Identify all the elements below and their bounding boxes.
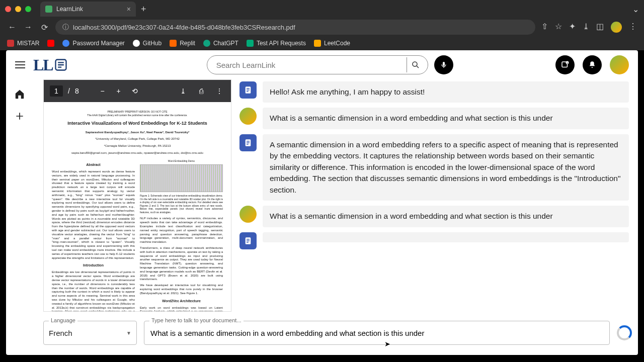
forward-button[interactable]: →	[23, 23, 33, 32]
logo-icon	[54, 58, 68, 72]
bot-avatar-icon	[239, 232, 257, 249]
bell-icon	[588, 60, 597, 69]
chat-message-bot-pending	[239, 232, 629, 249]
print-button[interactable]: ⎙	[196, 87, 207, 95]
search-button[interactable]	[407, 57, 425, 72]
chat-message-user: What is a semantic dimension in a word e…	[239, 206, 629, 227]
minimize-window-icon[interactable]	[15, 6, 21, 12]
pdf-page-sep: /	[68, 87, 70, 95]
profile-avatar-icon[interactable]	[611, 22, 622, 33]
tab-bar: LearnLink × + ⌄	[0, 0, 644, 18]
chat-message-text	[263, 232, 629, 242]
chat-message-text: What is a semantic dimension in a word e…	[263, 108, 629, 129]
chat-message-bot: Hello! Ask me anything, I am happy to as…	[239, 81, 629, 103]
prompt-input[interactable]	[150, 329, 603, 337]
bookmark-mistar[interactable]: MISTAR	[7, 40, 39, 47]
home-icon	[14, 88, 25, 100]
language-select[interactable]: Language French ▼	[43, 321, 137, 345]
address-bar[interactable]: ⓘ localhost:3000/pdf/9e23c307-0a24-4fde-…	[55, 20, 535, 35]
pdf-toolbar: 1 / 8 − + ⟲ ⤓ ⎙ ⋮	[44, 80, 231, 102]
voice-button[interactable]	[434, 55, 453, 74]
download-button[interactable]: ⤓	[178, 87, 189, 95]
microphone-icon	[440, 61, 448, 69]
share-icon[interactable]: ⇧	[541, 22, 548, 33]
bookmark-leetcode[interactable]: LeetCode	[314, 40, 350, 47]
downloads-icon[interactable]: ⤓	[583, 22, 589, 33]
tab-favicon	[45, 6, 52, 13]
prompt-box[interactable]: Type here to talk to your document...	[144, 321, 610, 345]
bookmark-github[interactable]: GitHub	[133, 40, 162, 47]
back-button[interactable]: ←	[7, 23, 17, 32]
pdf-col-right: Word Embedding Demo Figure 1: Schematic …	[140, 159, 223, 311]
bookmark-youtube[interactable]	[47, 40, 54, 47]
maximize-window-icon[interactable]	[25, 6, 31, 12]
app-frame: LL +	[6, 50, 638, 355]
rotate-button[interactable]: ⟲	[129, 87, 140, 95]
close-window-icon[interactable]	[5, 6, 11, 12]
zoom-in-button[interactable]: +	[113, 87, 124, 95]
plus-icon	[15, 111, 25, 121]
pdf-menu-button[interactable]: ⋮	[214, 87, 225, 95]
sidepanel-icon[interactable]: ◫	[596, 22, 604, 33]
bot-avatar-icon	[239, 81, 257, 99]
bookmark-chatgpt[interactable]: ChatGPT	[203, 40, 238, 47]
new-tab-button[interactable]: +	[141, 4, 146, 15]
svg-point-4	[413, 62, 417, 66]
pdf-affil1: ¹University of Maryland, College Park, C…	[52, 137, 223, 141]
home-button[interactable]	[14, 88, 25, 102]
bookmark-replit[interactable]: Replit	[170, 40, 195, 47]
pdf-title: Interactive Visualizations of Word Embed…	[52, 121, 223, 127]
browser-tab[interactable]: LearnLink ×	[40, 2, 136, 17]
site-info-icon[interactable]: ⓘ	[62, 23, 69, 32]
search-box[interactable]	[207, 55, 428, 74]
pdf-affil2: ²Carnegie Mellon University, Pittsburgh,…	[52, 144, 223, 148]
chat-message-text: A semantic dimension in a word embedding…	[263, 134, 629, 201]
input-row: Language French ▼ Type here to talk to y…	[43, 318, 632, 348]
bookmark-star-icon[interactable]: ☆	[555, 22, 562, 33]
bot-avatar-icon	[239, 134, 257, 151]
search-icon	[411, 60, 420, 69]
pdf-figure	[140, 164, 223, 192]
bookmark-test-api[interactable]: Test API Requests	[247, 40, 306, 47]
app-header: LL +	[6, 50, 638, 79]
tabs-menu-icon[interactable]: ⌄	[632, 5, 639, 14]
app-logo[interactable]: LL	[33, 56, 68, 74]
chat-message-text: What is a semantic dimension in a word e…	[263, 206, 629, 227]
pdf-preprint-sub: The AAAI Digital Library will contain th…	[52, 114, 223, 117]
tab-title: LearnLink	[56, 6, 83, 13]
bookmark-password-manager[interactable]: Password Manager	[62, 40, 124, 47]
user-avatar[interactable]	[610, 55, 629, 74]
pdf-page-content[interactable]: PRELIMINARY PREPRINT VERSION: DO NOT CIT…	[44, 102, 231, 311]
header-actions: +	[555, 55, 629, 74]
svg-rect-6	[443, 62, 445, 66]
language-value: French	[49, 329, 131, 337]
notifications-button[interactable]	[583, 55, 602, 74]
reload-button[interactable]: ⟳	[39, 23, 49, 32]
svg-line-5	[417, 66, 419, 68]
close-tab-icon[interactable]: ×	[127, 5, 131, 13]
user-avatar-icon	[239, 206, 257, 223]
zoom-out-button[interactable]: −	[97, 87, 108, 95]
left-rail	[6, 79, 33, 124]
pdf-page-total: 8	[75, 87, 79, 95]
toolbar-actions: ⇧ ☆ ✦ ⤓ ◫ ⋮	[541, 22, 637, 33]
chevron-down-icon: ▼	[126, 330, 131, 336]
svg-text:+: +	[567, 61, 568, 64]
search-input[interactable]	[216, 61, 407, 69]
pdf-emails: sapta.band59@gmail.com, jasonx@andrew.cm…	[52, 151, 223, 155]
compose-icon: +	[560, 60, 570, 69]
add-button[interactable]	[15, 111, 25, 124]
user-avatar-icon	[239, 108, 257, 125]
pdf-page-input[interactable]: 1	[50, 85, 63, 97]
chat-message-bot: A semantic dimension in a word embedding…	[239, 134, 629, 201]
language-label: Language	[49, 317, 77, 323]
prompt-label: Type here to talk to your document...	[149, 317, 244, 323]
address-bar-row: ← → ⟳ ⓘ localhost:3000/pdf/9e23c307-0a24…	[0, 18, 644, 36]
extensions-icon[interactable]: ✦	[569, 22, 576, 33]
chat-pane: Hello! Ask me anything, I am happy to as…	[236, 79, 632, 312]
pdf-col-left: Abstract Word embeddings, which represen…	[52, 159, 135, 311]
browser-menu-icon[interactable]: ⋮	[629, 22, 637, 33]
create-button[interactable]: +	[555, 55, 575, 74]
menu-button[interactable]	[15, 61, 25, 68]
browser-chrome: LearnLink × + ⌄ ← → ⟳ ⓘ localhost:3000/p…	[0, 0, 644, 50]
